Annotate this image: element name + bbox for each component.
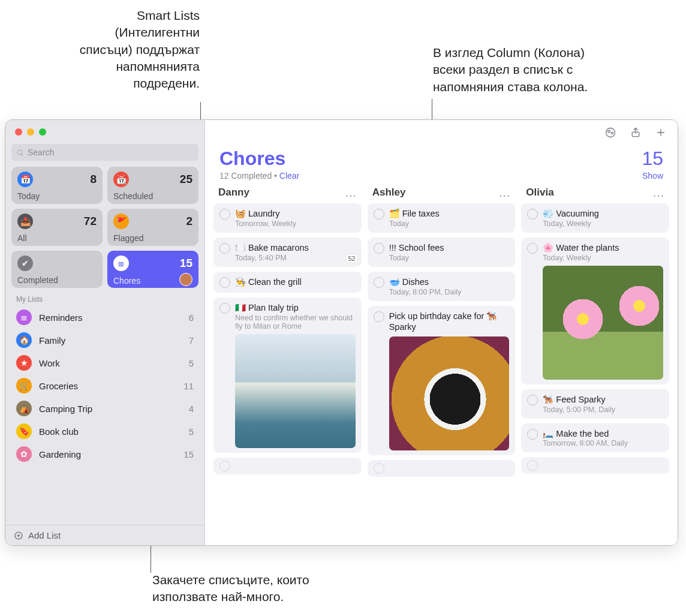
list-name: Gardening [39,449,176,459]
completion-ring [219,461,230,471]
column-more-button[interactable]: … [652,188,664,197]
completion-ring[interactable] [219,277,230,288]
reminder-title: 💨 Vacuuming [543,208,663,220]
list-count: 15 [183,449,194,459]
smart-card-all[interactable]: 📥 72 All [11,209,103,246]
smart-card-flagged[interactable]: 🚩 2 Flagged [107,209,198,246]
new-reminder-placeholder[interactable] [521,457,669,474]
list-icon: ✿ [16,446,32,462]
reminder-item[interactable]: !!! School feesToday [368,238,516,267]
share-icon[interactable] [630,127,642,139]
reminder-thumbnail [389,336,510,450]
add-list-button[interactable]: Add List [5,525,204,545]
reminder-title: 👨‍🍳 Clean the grill [235,277,356,288]
completion-ring [374,463,384,474]
column-more-button[interactable]: … [498,188,510,197]
reminder-item[interactable]: 🧺 LaundryTomorrow, Weekly [213,203,362,233]
completed-icon: ✔ [17,256,33,271]
svg-point-6 [608,131,610,133]
list-count: 15 [642,148,663,170]
list-icon: ⛺ [16,401,32,416]
list-count: 4 [189,404,194,414]
smart-card-chores[interactable]: ≣ 15 Chores [107,251,198,288]
column: Olivia … 💨 VacuumingToday, Weekly 🌸 Wate… [521,185,669,545]
smart-card-today[interactable]: 📅 8 Today [11,167,103,204]
search-icon [16,149,24,157]
completion-ring[interactable] [219,303,230,314]
completion-ring[interactable] [527,209,538,220]
fullscreen-window-button[interactable] [39,128,46,136]
new-reminder-placeholder[interactable] [368,460,516,477]
reminder-item[interactable]: 👨‍🍳 Clean the grill [213,272,362,293]
list-item[interactable]: ⛺ Camping Trip 4 [10,397,200,420]
show-completed-button[interactable]: Show [642,171,663,181]
smart-card-count: 72 [84,215,97,228]
list-name: Camping Trip [39,404,182,414]
plus-icon[interactable] [655,127,667,139]
svg-point-5 [606,128,615,137]
search-input[interactable]: Search [11,144,198,161]
reminder-item[interactable]: 🇮🇹 Plan Italy tripNeed to confirm whethe… [213,298,362,453]
add-list-label: Add List [28,530,61,540]
list-item[interactable]: ✿ Gardening 15 [10,443,200,465]
completion-ring[interactable] [374,311,384,322]
today-icon: 📅 [17,172,33,187]
completion-ring[interactable] [219,209,230,220]
completion-ring[interactable] [374,209,384,220]
reminder-meta: Today [389,254,510,262]
completion-ring[interactable] [527,429,538,440]
list-item[interactable]: 🔖 Book club 5 [10,420,200,443]
list-item[interactable]: ★ Work 5 [10,351,200,374]
completion-ring[interactable] [527,395,538,405]
list-name: Family [39,335,182,345]
reminder-item[interactable]: 🥣 DishesToday, 8:00 PM, Daily [368,272,516,301]
reminder-item[interactable]: 🌸 Water the plantsToday, Weekly [521,238,669,384]
collaborate-icon[interactable] [604,127,616,139]
smart-card-completed[interactable]: ✔ Completed [11,251,103,288]
reminder-meta: Today, Weekly [543,220,663,228]
reminder-title: 🌸 Water the plants [543,242,663,254]
clear-completed-button[interactable]: Clear [279,171,299,181]
smart-card-label: Completed [17,275,58,285]
close-window-button[interactable] [15,128,22,136]
reminder-item[interactable]: 🛏️ Make the bedTomorrow, 8:00 AM, Daily [521,423,669,453]
list-name: Work [39,358,182,368]
reminder-title: 🍽️ Bake macarons [235,242,356,254]
list-item[interactable]: ≣ Reminders 6 [10,306,200,329]
list-item[interactable]: 🏠 Family 7 [10,329,200,351]
column-more-button[interactable]: … [345,188,357,197]
sidebar: Search 📅 8 Today 📆 25 Scheduled 📥 72 All [5,120,205,545]
callout-smart-lists: Smart Lists (Интелигентни списъци) поддъ… [20,7,200,92]
reminder-item[interactable]: 🗂️ File taxesToday [368,203,516,233]
reminder-meta: Today, Weekly [543,254,663,262]
reminder-meta: Tomorrow, 8:00 AM, Daily [543,439,663,447]
scheduled-icon: 📆 [113,172,129,187]
new-reminder-placeholder[interactable] [213,458,362,474]
list-count: 11 [183,381,194,391]
my-lists: ≣ Reminders 6 🏠 Family 7 ★ Work 5 🛒 Groc… [5,306,204,525]
reminder-thumbnail [543,266,663,380]
smart-card-count: 15 [180,257,192,270]
column: Danny … 🧺 LaundryTomorrow, Weekly 🍽️ Bak… [213,185,362,545]
reminder-item[interactable]: Pick up birthday cake for 🐕‍🦺 Sparky [368,306,516,456]
completion-ring[interactable] [527,243,538,254]
reminder-thumbnail [235,334,356,448]
reminder-title: Pick up birthday cake for 🐕‍🦺 Sparky [389,311,510,333]
reminder-item[interactable]: 🐕‍🦺 Feed SparkyToday, 5:00 PM, Daily [521,389,669,419]
reminder-meta: Today [389,220,510,228]
list-count: 5 [189,426,194,437]
list-item[interactable]: 🛒 Groceries 11 [10,374,200,397]
column-name: Danny [218,187,249,199]
smart-card-scheduled[interactable]: 📆 25 Scheduled [107,167,198,204]
window-controls [5,120,204,142]
completion-ring[interactable] [374,243,384,254]
reminder-title: 🛏️ Make the bed [543,428,663,440]
smart-lists-grid: 📅 8 Today 📆 25 Scheduled 📥 72 All 🚩 2 F [5,167,204,295]
list-icon: ★ [16,355,32,371]
reminder-item[interactable]: 💨 VacuumingToday, Weekly [521,203,669,233]
reminder-item[interactable]: 🍽️ Bake macaronsToday, 5:40 PM52 [213,238,362,267]
minimize-window-button[interactable] [27,128,34,136]
completion-ring[interactable] [219,243,230,254]
reminder-title: 🇮🇹 Plan Italy trip [235,302,356,314]
completion-ring[interactable] [374,277,384,288]
